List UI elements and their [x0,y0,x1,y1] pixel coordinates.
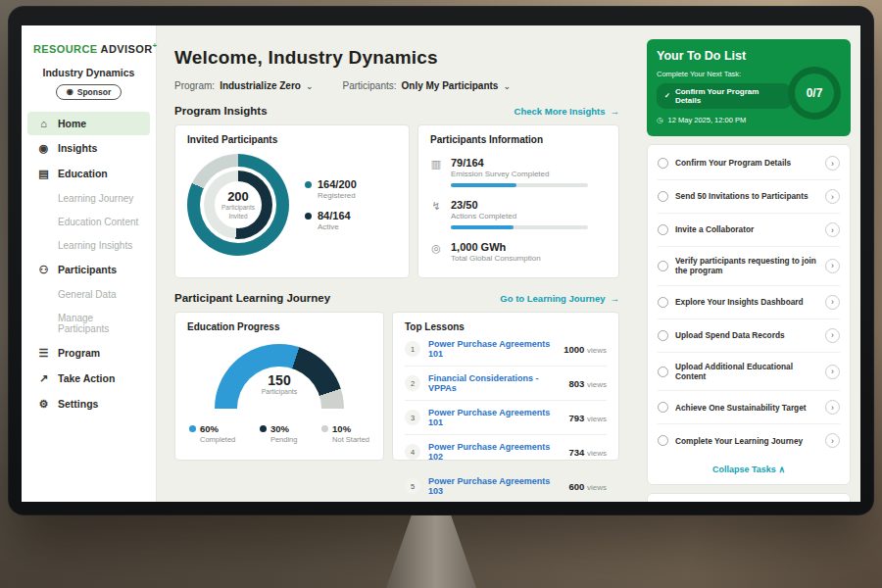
card-title: Invited Participants [187,134,397,145]
sidebar-item-label: Learning Insights [58,240,132,251]
chevron-right-icon[interactable]: › [825,156,840,171]
education-icon: ▤ [37,168,50,180]
collapse-label: Collapse Tasks [712,465,776,474]
chevron-right-icon[interactable]: › [825,400,840,415]
lesson-row: 4 Power Purchase Agreements 102 734 view… [405,435,607,469]
chevron-right-icon[interactable]: › [825,259,840,273]
task-row[interactable]: Verify participants requesting to join t… [658,247,840,286]
gear-icon: ⚙ [37,398,50,411]
recent-news-header[interactable]: Recent News [647,493,851,502]
chevron-down-icon: ⌄ [503,81,511,91]
sidebar-item-education[interactable]: ▤ Education [27,162,150,186]
sidebar-item-take-action[interactable]: ↗ Take Action [27,367,150,391]
sidebar-item-insights[interactable]: ◉ Insights [27,136,150,161]
top-lessons-card: Top Lessons 1 Power Purchase Agreements … [392,312,619,461]
task-checkbox[interactable] [658,261,668,271]
task-checkbox[interactable] [658,435,668,446]
chevron-right-icon[interactable]: › [825,222,840,237]
sidebar-item-settings[interactable]: ⚙ Settings [27,392,150,416]
lesson-link[interactable]: Financial Considerations - VPPAs [428,373,561,393]
task-checkbox[interactable] [658,367,668,377]
task-checkbox[interactable] [658,330,668,341]
filter-bar: Program: Industrialize Zero ⌄ Participan… [174,80,619,91]
task-row[interactable]: Achieve One Sustainability Target › [658,391,840,424]
metric-value: 23/50 [451,199,588,211]
education-gauge-chart: 150 Participants [215,344,344,409]
gauge-center-value: 150 [215,372,344,388]
lesson-row: 2 Financial Considerations - VPPAs 803 v… [405,367,607,401]
go-to-learning-journey-link[interactable]: Go to Learning Journey → [500,293,619,304]
sidebar: RESOURCE ADVISOR+ Industry Dynamics ◉ Sp… [22,25,157,502]
actions-icon: ↯ [430,200,442,229]
task-row[interactable]: Upload Spend Data Records › [658,319,840,353]
chevron-right-icon[interactable]: › [825,328,840,343]
task-checkbox[interactable] [658,297,668,308]
task-row[interactable]: Send 50 Invitations to Participants › [658,180,840,214]
next-task-label: Confirm Your Program Details [675,87,784,105]
task-checkbox[interactable] [658,158,668,169]
sidebar-item-label: Education Content [58,217,138,227]
task-checkbox[interactable] [658,402,668,413]
lesson-link[interactable]: Power Purchase Agreements 101 [428,408,561,427]
lesson-link[interactable]: Power Purchase Agreements 101 [428,339,556,359]
page-title: Welcome, Industry Dynamics [174,47,619,69]
sidebar-item-manage-participants[interactable]: Manage Participants [27,307,150,340]
progress-bar-fill [451,225,514,229]
task-label: Complete Your Learning Journey [675,436,818,446]
link-label: Go to Learning Journey [500,293,605,304]
task-row[interactable]: Upload Additional Educational Content › [658,353,840,392]
sidebar-item-home[interactable]: ⌂ Home [27,112,150,135]
legend-label: Pending [270,435,298,444]
lesson-views: 803 views [568,378,607,389]
task-checkbox[interactable] [658,224,668,235]
task-row[interactable]: Complete Your Learning Journey › [658,424,840,457]
todo-progress-value: 0/7 [795,74,834,113]
legend-dot-registered [305,181,312,188]
legend-label: Not Started [332,435,369,444]
sidebar-item-program[interactable]: ☰ Program [27,341,150,366]
todo-task-list: Confirm Your Program Details › Send 50 I… [647,144,851,485]
lesson-row: 3 Power Purchase Agreements 101 793 view… [405,401,607,435]
sidebar-item-participants[interactable]: ⚇ Participants [27,258,150,282]
due-date: 12 May 2025, 12:00 PM [668,116,747,124]
progress-bar [451,183,588,187]
program-select[interactable]: Program: Industrialize Zero ⌄ [174,80,313,91]
invited-donut-chart: 200 Participants Invited [187,154,289,256]
chevron-right-icon[interactable]: › [825,189,840,204]
sidebar-item-learning-insights[interactable]: Learning Insights [27,234,150,257]
desk-background: RESOURCE ADVISOR+ Industry Dynamics ◉ Sp… [0,0,882,588]
program-select-value: Industrialize Zero [220,80,301,91]
home-icon: ⌂ [37,118,50,129]
task-row[interactable]: Invite a Collaborator › [658,214,840,247]
brand-secondary: ADVISOR [101,43,153,55]
sidebar-item-general-data[interactable]: General Data [27,283,150,306]
legend-label: Active [318,222,351,231]
sidebar-item-label: Program [58,347,100,359]
next-task-pill[interactable]: ✓ Confirm Your Program Details [657,83,792,109]
task-row[interactable]: Confirm Your Program Details › [658,147,840,180]
invited-participants-card: Invited Participants 200 Participants In… [174,124,410,278]
lesson-rank: 3 [405,410,420,425]
participants-select-label: Participants: [342,80,396,91]
task-label: Upload Additional Educational Content [675,362,818,382]
check-more-insights-link[interactable]: Check More Insights → [514,106,619,117]
task-label: Verify participants requesting to join t… [675,256,818,276]
sidebar-item-education-content[interactable]: Education Content [27,211,150,233]
chevron-right-icon[interactable]: › [825,433,840,448]
task-label: Confirm Your Program Details [675,158,818,168]
chevron-right-icon[interactable]: › [825,295,840,310]
program-icon: ☰ [37,347,50,360]
chevron-up-icon: ∧ [778,465,785,474]
chevron-down-icon: ⌄ [306,81,314,91]
task-row[interactable]: Explore Your Insights Dashboard › [658,286,840,319]
lesson-link[interactable]: Power Purchase Agreements 103 [428,476,561,496]
participants-select[interactable]: Participants: Only My Participants ⌄ [342,80,511,91]
lesson-link[interactable]: Power Purchase Agreements 102 [428,442,561,462]
participants-select-value: Only My Participants [402,80,499,91]
donut-center-value: 200 [227,189,249,204]
sidebar-item-learning-journey[interactable]: Learning Journey [27,187,150,210]
collapse-tasks-button[interactable]: Collapse Tasks ∧ [658,457,840,480]
chevron-right-icon[interactable]: › [825,365,840,379]
legend-dot-active [305,213,312,220]
task-checkbox[interactable] [658,191,668,202]
